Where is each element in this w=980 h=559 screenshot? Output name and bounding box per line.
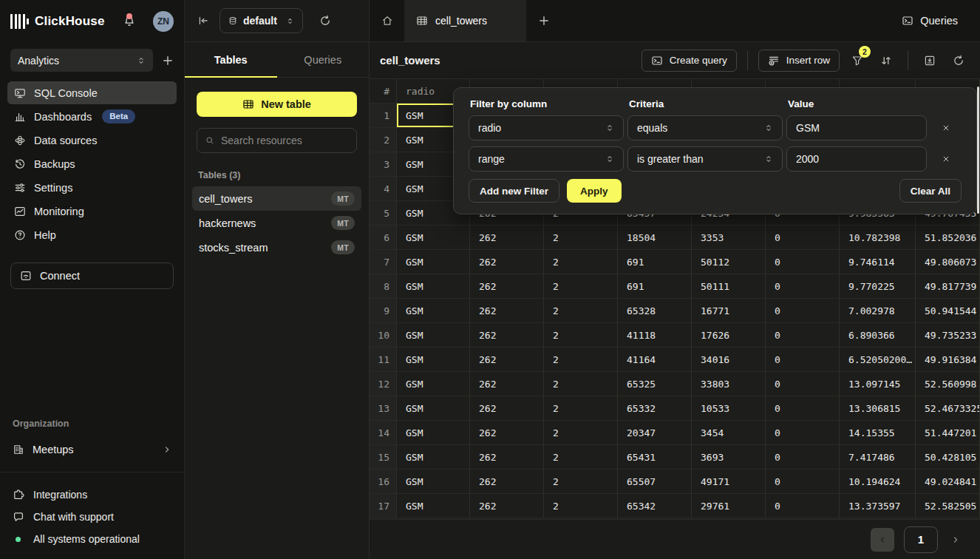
cell[interactable]: 33803	[692, 372, 766, 396]
footer-item-integrations[interactable]: Integrations	[0, 484, 184, 506]
cell[interactable]: 52.4673325	[916, 396, 980, 421]
cell[interactable]: 10.194624	[840, 470, 916, 494]
cell[interactable]: 0	[766, 299, 840, 323]
sidebar-item-help[interactable]: Help	[7, 223, 177, 246]
cell[interactable]: 65332	[618, 396, 692, 421]
cell[interactable]: 34016	[692, 348, 766, 372]
cell[interactable]: 2	[544, 372, 618, 396]
avatar[interactable]: ZN	[153, 11, 174, 32]
cell[interactable]: GSM	[397, 323, 470, 348]
filter-criteria-select[interactable]: is greater than	[627, 146, 783, 172]
cell[interactable]: 262	[470, 421, 544, 445]
prev-page-button[interactable]	[871, 528, 894, 552]
cell[interactable]: 3693	[692, 445, 766, 470]
cell[interactable]: 262	[470, 372, 544, 396]
cell[interactable]: 262	[470, 494, 544, 518]
sidebar-item-dashboards[interactable]: DashboardsBeta	[7, 105, 177, 128]
cell[interactable]: 2	[544, 348, 618, 372]
cell[interactable]: GSM	[397, 250, 470, 274]
cell[interactable]: 49.817739	[916, 274, 980, 299]
cell[interactable]: 65342	[618, 494, 692, 518]
cell[interactable]: 6.52050200…	[840, 348, 916, 372]
cell[interactable]: 16771	[692, 299, 766, 323]
table-item-stocks-stream[interactable]: stocks_streamMT	[192, 235, 361, 260]
cell[interactable]: 9.770225	[840, 274, 916, 299]
scrollbar-thumb[interactable]	[977, 87, 979, 214]
footer-item-all-systems-operational[interactable]: All systems operational	[0, 528, 184, 550]
cell[interactable]: GSM	[397, 372, 470, 396]
cell[interactable]: 262	[470, 250, 544, 274]
cell[interactable]: 49.916384	[916, 348, 980, 372]
footer-item-chat-with-support[interactable]: Chat with support	[0, 506, 184, 528]
cell[interactable]: 49.735233	[916, 323, 980, 348]
cell[interactable]: GSM	[397, 274, 470, 299]
filter-criteria-select[interactable]: equals	[627, 115, 783, 140]
cell[interactable]: 3454	[692, 421, 766, 445]
cell[interactable]: 262	[470, 470, 544, 494]
insert-row-button[interactable]: Insert row	[758, 50, 840, 72]
search-input[interactable]: Search resources	[197, 128, 357, 153]
cell[interactable]: 50111	[692, 274, 766, 299]
cell[interactable]: 0	[766, 445, 840, 470]
cell[interactable]: 262	[470, 323, 544, 348]
table-item-hackernews[interactable]: hackernewsMT	[192, 211, 361, 235]
cell[interactable]: 262	[470, 348, 544, 372]
cell[interactable]: GSM	[397, 494, 470, 518]
cell[interactable]: 65431	[618, 445, 692, 470]
cell[interactable]: GSM	[397, 299, 470, 323]
cell[interactable]: 7.002978	[840, 299, 916, 323]
cell[interactable]: 10533	[692, 396, 766, 421]
cell[interactable]: 262	[470, 396, 544, 421]
cell[interactable]: GSM	[397, 445, 470, 470]
database-selector[interactable]: default	[220, 8, 303, 33]
cell[interactable]: 691	[618, 274, 692, 299]
cell[interactable]: 2	[544, 494, 618, 518]
sidebar-item-monitoring[interactable]: Monitoring	[7, 200, 177, 223]
cell[interactable]: 49.806073	[916, 250, 980, 274]
sidebar-item-meetups[interactable]: Meetups	[0, 437, 184, 462]
cell[interactable]: 2	[544, 250, 618, 274]
cell[interactable]: 49171	[692, 470, 766, 494]
cell[interactable]: 0	[766, 226, 840, 250]
cell[interactable]: 2	[544, 421, 618, 445]
refresh-icon[interactable]	[319, 15, 331, 27]
add-filter-button[interactable]: Add new Filter	[469, 179, 559, 203]
cell[interactable]: 41164	[618, 348, 692, 372]
cell[interactable]: 52.582505	[916, 494, 980, 518]
cell[interactable]: 0	[766, 396, 840, 421]
cell[interactable]: 29761	[692, 494, 766, 518]
cell[interactable]: 13.097145	[840, 372, 916, 396]
workspace-selector[interactable]: Analytics	[10, 49, 153, 72]
add-service-button[interactable]	[162, 55, 174, 67]
tab-queries[interactable]: Queries	[277, 42, 370, 77]
cell[interactable]: 0	[766, 250, 840, 274]
cell[interactable]: 13.373597	[840, 494, 916, 518]
home-tab[interactable]	[370, 0, 404, 41]
cell[interactable]: 691	[618, 250, 692, 274]
new-table-button[interactable]: New table	[197, 92, 357, 117]
cell[interactable]: 0	[766, 421, 840, 445]
cell[interactable]: GSM	[397, 226, 470, 250]
cell[interactable]: 2	[544, 445, 618, 470]
cell[interactable]: GSM	[397, 396, 470, 421]
cell[interactable]: 6.890366	[840, 323, 916, 348]
sidebar-item-settings[interactable]: Settings	[7, 176, 177, 199]
page-number[interactable]: 1	[904, 526, 938, 553]
cell[interactable]: 41118	[618, 323, 692, 348]
cell[interactable]: 0	[766, 274, 840, 299]
cell[interactable]: 50112	[692, 250, 766, 274]
cell[interactable]: 18504	[618, 226, 692, 250]
table-item-cell-towers[interactable]: cell_towersMT	[192, 186, 361, 211]
queries-button[interactable]: Queries	[902, 0, 980, 41]
cell[interactable]: 49.024841	[916, 470, 980, 494]
new-tab-button[interactable]	[526, 0, 562, 41]
cell[interactable]: 10.782398	[840, 226, 916, 250]
cell[interactable]: 2	[544, 323, 618, 348]
filter-column-select[interactable]: range	[469, 146, 624, 172]
cell[interactable]: GSM	[397, 348, 470, 372]
cell[interactable]: 262	[470, 274, 544, 299]
cell[interactable]: 262	[470, 226, 544, 250]
close-icon[interactable]	[942, 123, 950, 132]
cell[interactable]: 7.417486	[840, 445, 916, 470]
apply-filter-button[interactable]: Apply	[567, 179, 622, 203]
